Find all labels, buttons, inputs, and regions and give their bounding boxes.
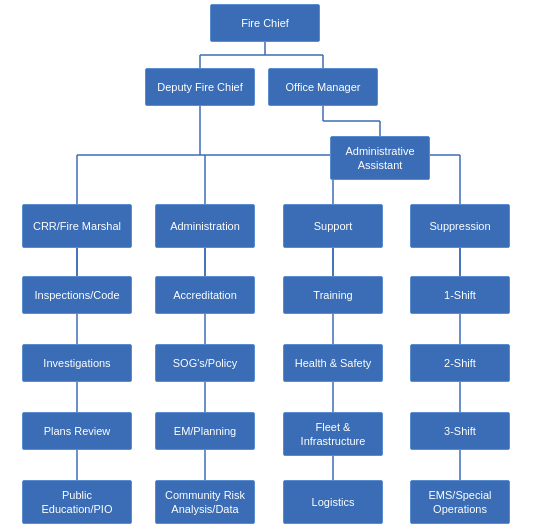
node-fleet: Fleet & Infrastructure — [283, 412, 383, 456]
node-admin_asst: Administrative Assistant — [330, 136, 430, 180]
node-fire_chief: Fire Chief — [210, 4, 320, 42]
node-investigations: Investigations — [22, 344, 132, 382]
connector-lines — [0, 0, 534, 532]
node-accreditation: Accreditation — [155, 276, 255, 314]
node-crr: CRR/Fire Marshal — [22, 204, 132, 248]
node-office_manager: Office Manager — [268, 68, 378, 106]
node-shift2: 2-Shift — [410, 344, 510, 382]
node-em_planning: EM/Planning — [155, 412, 255, 450]
org-chart: Fire ChiefDeputy Fire ChiefOffice Manage… — [0, 0, 534, 532]
node-training: Training — [283, 276, 383, 314]
node-administration: Administration — [155, 204, 255, 248]
node-shift3: 3-Shift — [410, 412, 510, 450]
node-inspections: Inspections/Code — [22, 276, 132, 314]
node-pub_education: Public Education/PIO — [22, 480, 132, 524]
node-shift1: 1-Shift — [410, 276, 510, 314]
node-suppression: Suppression — [410, 204, 510, 248]
node-health_safety: Health & Safety — [283, 344, 383, 382]
node-plans_review: Plans Review — [22, 412, 132, 450]
node-support: Support — [283, 204, 383, 248]
node-community_risk: Community Risk Analysis/Data — [155, 480, 255, 524]
node-ems: EMS/Special Operations — [410, 480, 510, 524]
node-logistics: Logistics — [283, 480, 383, 524]
node-sog: SOG's/Policy — [155, 344, 255, 382]
node-deputy_chief: Deputy Fire Chief — [145, 68, 255, 106]
